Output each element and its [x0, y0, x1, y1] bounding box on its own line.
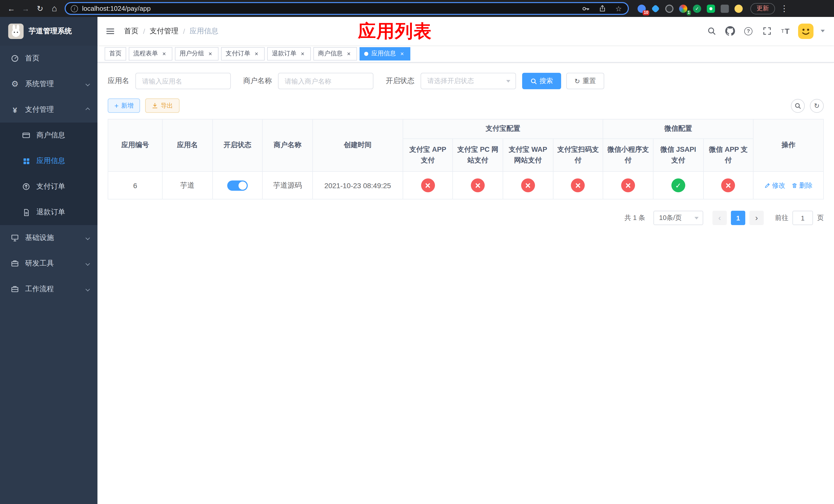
help-icon[interactable]: [743, 25, 754, 37]
sidebar-item-dev-tools[interactable]: 研发工具: [0, 251, 97, 276]
tab-close-icon[interactable]: [253, 50, 260, 57]
page-number-button[interactable]: 1: [731, 211, 745, 225]
page-size-select[interactable]: 10条/页: [654, 211, 703, 225]
trash-icon: [791, 182, 797, 188]
filter-form: 应用名 商户名称 开启状态 请选择开启状态: [108, 73, 824, 89]
github-icon[interactable]: [724, 25, 736, 37]
sidebar-item-label: 工作流程: [25, 284, 54, 294]
app-name-input[interactable]: [135, 73, 231, 89]
sidebar-item-label: 退款订单: [37, 208, 65, 217]
tab-close-icon[interactable]: [207, 50, 214, 57]
col-header-app-name: 应用名: [162, 119, 212, 171]
add-button-label: 新增: [121, 101, 133, 110]
cell-created: 2021-10-23 08:49:25: [313, 171, 403, 199]
goto-page-input[interactable]: [792, 211, 813, 225]
active-tab-dot: [364, 51, 368, 55]
tab-user-group[interactable]: 用户分组: [175, 47, 219, 60]
browser-extension-icon[interactable]: [665, 4, 674, 13]
sidebar-item-home[interactable]: 首页: [0, 46, 97, 71]
prev-page-button[interactable]: [712, 211, 727, 225]
status-select[interactable]: 请选择开启状态: [421, 73, 516, 89]
sidebar-item-label: 系统管理: [25, 79, 54, 89]
annotation-text: 应用列表: [358, 19, 432, 43]
browser-extensions: 10 1: [637, 4, 743, 13]
browser-extension-icon[interactable]: [720, 4, 729, 13]
tab-process-form[interactable]: 流程表单: [129, 47, 172, 60]
next-page-button[interactable]: [749, 211, 764, 225]
download-icon: [152, 102, 158, 109]
app-name-label: 应用名: [108, 76, 129, 86]
sidebar-item-infrastructure[interactable]: 基础设施: [0, 225, 97, 251]
search-button-label: 搜索: [540, 76, 553, 86]
browser-extension-icon[interactable]: 10: [637, 4, 646, 13]
sidebar-item-workflow[interactable]: 工作流程: [0, 276, 97, 302]
delete-link[interactable]: 删除: [791, 181, 812, 190]
refresh-button[interactable]: [810, 99, 824, 113]
sidebar-item-system[interactable]: 系统管理: [0, 71, 97, 97]
browser-extension-icon[interactable]: [706, 4, 716, 13]
avatar[interactable]: [798, 23, 813, 39]
breadcrumb-home[interactable]: 首页: [124, 26, 138, 36]
browser-reload-button[interactable]: [33, 1, 47, 16]
tab-pay-order[interactable]: 支付订单: [221, 47, 265, 60]
sidebar-item-payment[interactable]: 支付管理: [0, 97, 97, 122]
tab-label: 商户信息: [318, 49, 343, 58]
site-info-icon[interactable]: [71, 5, 78, 12]
tab-merchant-info[interactable]: 商户信息: [313, 47, 357, 60]
group-header-wechat: 微信配置: [603, 119, 753, 139]
sidebar-item-pay-order[interactable]: 支付订单: [0, 174, 97, 200]
extension-badge: 1: [686, 10, 691, 15]
tab-app-info[interactable]: 应用信息: [359, 47, 410, 60]
edit-link[interactable]: 修改: [764, 181, 785, 190]
sidebar-toggle-button[interactable]: [105, 25, 116, 37]
browser-profile-avatar[interactable]: [734, 4, 743, 13]
tab-close-icon[interactable]: [345, 50, 352, 57]
key-icon[interactable]: [579, 2, 592, 15]
status-toggle[interactable]: [227, 180, 248, 190]
browser-update-button[interactable]: 更新: [750, 3, 775, 14]
table-row: 6 芋道 芋道源码 2021-10-23 08:49:25: [108, 171, 824, 199]
reload-icon: [37, 4, 43, 13]
browser-back-button[interactable]: [4, 1, 19, 16]
cell-status: [212, 171, 262, 199]
search-button[interactable]: 搜索: [522, 73, 561, 89]
edit-label: 修改: [772, 181, 785, 190]
col-header-wechat-app: 微信 APP 支付: [703, 139, 753, 171]
share-icon[interactable]: [596, 2, 608, 15]
tab-close-icon[interactable]: [398, 50, 406, 57]
chevron-down-icon: [695, 216, 699, 219]
col-header-merchant: 商户名称: [263, 119, 313, 171]
browser-extension-icon[interactable]: [693, 4, 702, 13]
sidebar-item-refund-order[interactable]: 退款订单: [0, 200, 97, 225]
export-button[interactable]: 导出: [145, 98, 179, 113]
breadcrumb-current: 应用信息: [190, 26, 219, 36]
browser-home-button[interactable]: [47, 1, 62, 16]
extension-glyph: [665, 4, 674, 13]
alipay-wap-status-icon: [521, 178, 535, 192]
add-button[interactable]: 新增: [108, 98, 140, 113]
merchant-name-input[interactable]: [278, 73, 373, 89]
bookmark-star-icon[interactable]: [612, 2, 625, 15]
tab-refund-order[interactable]: 退款订单: [267, 47, 311, 60]
alipay-qr-status-icon: [571, 178, 585, 192]
browser-extension-icon[interactable]: 1: [679, 4, 688, 13]
status-label: 开启状态: [386, 76, 414, 86]
browser-forward-button[interactable]: [19, 1, 33, 16]
tab-home[interactable]: 首页: [105, 47, 126, 60]
breadcrumb-payment[interactable]: 支付管理: [150, 26, 178, 36]
tab-close-icon[interactable]: [299, 50, 306, 57]
address-bar[interactable]: localhost:1024/pay/app: [65, 2, 629, 15]
browser-extension-icon[interactable]: [651, 4, 660, 13]
sidebar-item-label: 首页: [25, 54, 40, 63]
chevron-down-icon[interactable]: [821, 30, 825, 32]
sidebar-item-merchant-info[interactable]: 商户信息: [0, 122, 97, 148]
browser-menu-button[interactable]: [777, 1, 791, 16]
tab-close-icon[interactable]: [160, 50, 168, 57]
search-icon[interactable]: [706, 25, 717, 37]
document-icon: [22, 208, 31, 216]
reset-button[interactable]: 重置: [566, 73, 604, 89]
toggle-search-button[interactable]: [791, 99, 805, 113]
fullscreen-icon[interactable]: [761, 25, 772, 37]
sidebar-item-app-info[interactable]: 应用信息: [0, 148, 97, 174]
font-size-icon[interactable]: [780, 25, 791, 37]
